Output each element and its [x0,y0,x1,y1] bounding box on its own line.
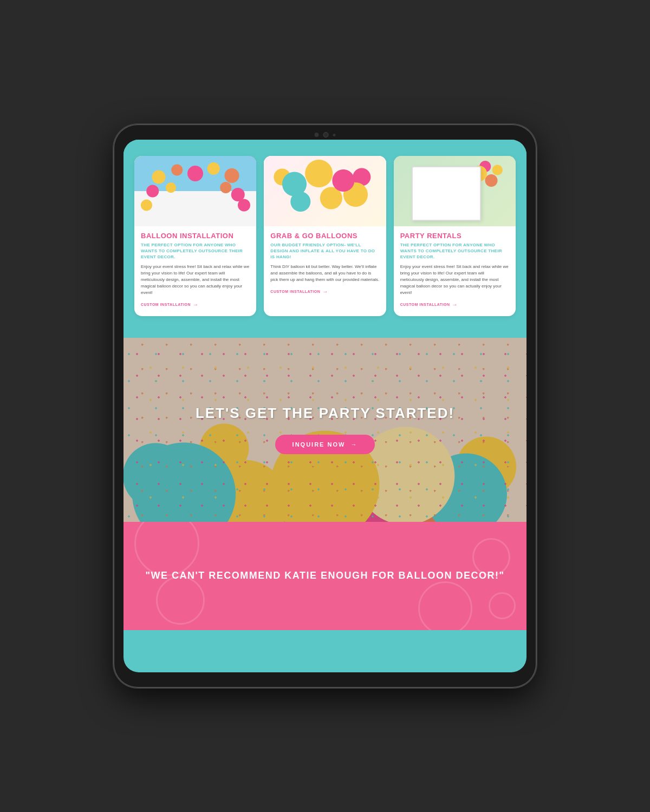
party-rentals-description: Enjoy your event stress free! Sit back a… [400,264,509,296]
balloon-install-link[interactable]: Custom Installation → [134,302,256,307]
balloon-install-link-text: Custom Installation [141,303,191,306]
party-rentals-subtitle: The perfect option for anyone who wants … [400,242,509,260]
party-rentals-image [394,156,516,226]
grab-go-arrow-icon: → [322,289,328,294]
balloon-install-description: Enjoy your event stress free! Sit back a… [141,264,250,296]
balloon-install-image [134,156,256,226]
balloon-install-arrow-icon: → [193,302,199,307]
balloon-install-subtitle: The perfect option for anyone who wants … [141,242,250,260]
bg-circle-4 [418,581,472,630]
balloon-install-body: Balloon Installation The perfect option … [134,226,256,296]
party-rentals-link-text: Custom Installation [400,303,450,306]
party-rentals-title: Party Rentals [400,232,509,240]
balloon-install-title: Balloon Installation [141,232,250,240]
grab-go-image [264,156,386,226]
services-section: Balloon Installation The perfect option … [123,140,526,338]
tablet-dot-1 [315,133,319,137]
testimonial-text: "We can't recommend Katie enough for bal… [146,569,505,582]
party-rentals-link[interactable]: Custom Installation → [394,302,516,307]
testimonial-section: "We can't recommend Katie enough for bal… [123,522,526,630]
bg-circle-2 [156,576,205,625]
party-section: Let's Get The Party Started! Inquire Now… [123,338,526,522]
tablet-camera [323,132,329,137]
cards-grid: Balloon Installation The perfect option … [134,156,516,316]
party-rentals-body: Party Rentals The perfect option for any… [394,226,516,296]
grab-go-title: Grab & Go Balloons [270,232,379,240]
balloon-install-card: Balloon Installation The perfect option … [134,156,256,316]
inquire-now-button[interactable]: Inquire Now → [275,435,375,454]
party-rentals-arrow-icon: → [452,302,458,307]
bg-circle-5 [489,592,516,619]
inquire-now-label: Inquire Now [292,441,346,448]
tablet-dot-2 [333,134,336,136]
grab-go-body: Grab & Go Balloons Our budget friendly o… [264,226,386,283]
grab-go-description: Think DIY balloon kit but better. Way be… [270,264,379,283]
tablet-frame: Balloon Installation The perfect option … [114,125,536,687]
grab-go-subtitle: Our budget friendly option- we'll design… [270,242,379,260]
grab-go-card: Grab & Go Balloons Our budget friendly o… [264,156,386,316]
tablet-screen: Balloon Installation The perfect option … [123,140,526,672]
grab-go-link-text: Custom Installation [270,290,320,293]
party-title: Let's Get The Party Started! [196,405,454,422]
party-content: Let's Get The Party Started! Inquire Now… [123,338,526,522]
tablet-camera-area [315,132,336,137]
inquire-now-arrow-icon: → [350,441,358,448]
grab-go-link[interactable]: Custom Installation → [264,289,386,294]
bg-circle-1 [134,522,199,576]
party-rentals-card: Party Rentals The perfect option for any… [394,156,516,316]
